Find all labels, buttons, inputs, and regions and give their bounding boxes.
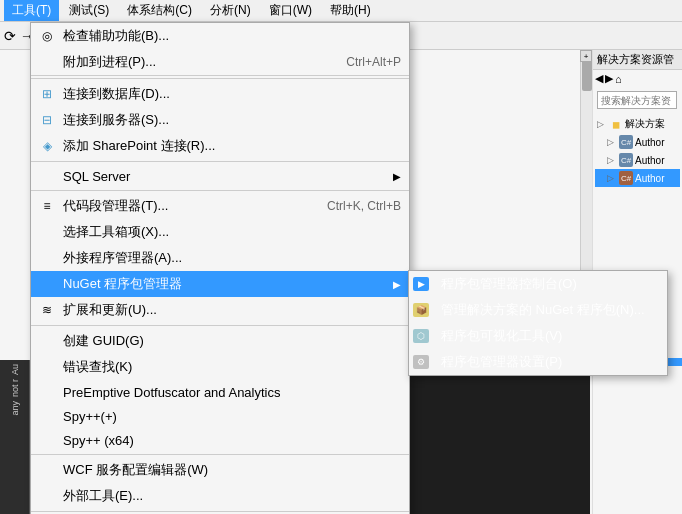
tree-label-author2: Author (635, 155, 664, 166)
submenu-settings-label: 程序包管理器设置(P) (441, 353, 562, 371)
tree-arrow-solution: ▷ (597, 119, 607, 129)
connect-server-label: 连接到服务器(S)... (63, 111, 169, 129)
check-assist-icon: ◎ (37, 26, 57, 46)
menu-item-check-assist[interactable]: ◎ 检查辅助功能(B)... (31, 23, 409, 49)
tree-label-solution: 解决方案 (625, 117, 665, 131)
choose-toolbox-label: 选择工具箱项(X)... (63, 223, 169, 241)
menu-item-spy64[interactable]: Spy++ (x64) (31, 428, 409, 452)
menu-test[interactable]: 测试(S) (61, 0, 117, 21)
connect-db-icon: ⊞ (37, 84, 57, 104)
menu-item-code-snippet[interactable]: ≡ 代码段管理器(T)... Ctrl+K, Ctrl+B (31, 193, 409, 219)
spy-label: Spy++(+) (63, 409, 117, 424)
scroll-up-button[interactable]: + (580, 50, 592, 62)
nuget-arrow-icon: ▶ (393, 279, 401, 290)
external-tools-label: 外部工具(E)... (63, 487, 143, 505)
menu-item-sql-server[interactable]: SQL Server ▶ (31, 164, 409, 188)
separator-1 (31, 78, 409, 79)
manage-nuget-icon: 📦 (413, 303, 429, 317)
submenu-manage-label: 管理解决方案的 NuGet 程序包(N)... (441, 301, 645, 319)
tree-item-author1[interactable]: ▷ C# Author (595, 133, 680, 151)
separator-3 (31, 190, 409, 191)
spy64-label: Spy++ (x64) (63, 433, 134, 448)
tree-label-author1: Author (635, 137, 664, 148)
check-assist-label: 检查辅助功能(B)... (63, 27, 169, 45)
separator-6 (31, 511, 409, 512)
external-programs-label: 外接程序管理器(A)... (63, 249, 182, 267)
menu-arch[interactable]: 体系结构(C) (119, 0, 200, 21)
menu-item-external-tools[interactable]: 外部工具(E)... (31, 483, 409, 509)
add-sharepoint-label: 添加 SharePoint 连接(R)... (63, 137, 215, 155)
connect-server-icon: ⊟ (37, 110, 57, 130)
separator-4 (31, 325, 409, 326)
code-snippet-icon: ≡ (37, 196, 57, 216)
toolbar-refresh-icon[interactable]: ⟳ (4, 28, 16, 44)
menu-help[interactable]: 帮助(H) (322, 0, 379, 21)
tree-arrow-author3: ▷ (607, 173, 617, 183)
tree-label-author3: Author (635, 173, 664, 184)
menu-item-error-lookup[interactable]: 错误查找(K) (31, 354, 409, 380)
side-labels: Au not r any (0, 360, 30, 514)
menu-window[interactable]: 窗口(W) (261, 0, 320, 21)
code-snippet-shortcut: Ctrl+K, Ctrl+B (307, 199, 401, 213)
side-label-any: any (10, 401, 20, 416)
cs-icon-1: C# (619, 135, 633, 149)
add-sharepoint-icon: ◈ (37, 136, 57, 156)
menubar: 工具(T) 测试(S) 体系结构(C) 分析(N) 窗口(W) 帮助(H) (0, 0, 682, 22)
separator-2 (31, 161, 409, 162)
menu-item-connect-server[interactable]: ⊟ 连接到服务器(S)... (31, 107, 409, 133)
side-label-au: Au (10, 364, 20, 375)
menu-analyze[interactable]: 分析(N) (202, 0, 259, 21)
tree-item-author2[interactable]: ▷ C# Author (595, 151, 680, 169)
connect-db-label: 连接到数据库(D)... (63, 85, 170, 103)
menu-item-create-guid[interactable]: 创建 GUID(G) (31, 328, 409, 354)
submenu-item-manage-nuget[interactable]: 📦 管理解决方案的 NuGet 程序包(N)... (409, 297, 667, 323)
attach-process-label: 附加到进程(P)... (63, 53, 156, 71)
wcf-label: WCF 服务配置编辑器(W) (63, 461, 208, 479)
submenu-item-console[interactable]: ▶ 程序包管理器控制台(O) (409, 271, 667, 297)
sql-server-label: SQL Server (63, 169, 130, 184)
right-panel-header: 解决方案资源管 (593, 50, 682, 70)
menu-item-add-sharepoint[interactable]: ◈ 添加 SharePoint 连接(R)... (31, 133, 409, 159)
submenu-item-visualizer[interactable]: ⬡ 程序包可视化工具(V) (409, 323, 667, 349)
code-snippet-label: 代码段管理器(T)... (63, 197, 168, 215)
menu-tools[interactable]: 工具(T) (4, 0, 59, 21)
menu-item-nuget[interactable]: NuGet 程序包管理器 ▶ ▶ 程序包管理器控制台(O) 📦 管理解决方案的 … (31, 271, 409, 297)
menu-item-external-programs[interactable]: 外接程序管理器(A)... (31, 245, 409, 271)
tree-item-author3[interactable]: ▷ C# Author (595, 169, 680, 187)
menu-item-attach-process[interactable]: 附加到进程(P)... Ctrl+Alt+P (31, 49, 409, 76)
menu-item-wcf[interactable]: WCF 服务配置编辑器(W) (31, 457, 409, 483)
side-label-not: not r (10, 379, 20, 397)
nuget-submenu: ▶ 程序包管理器控制台(O) 📦 管理解决方案的 NuGet 程序包(N)...… (408, 270, 668, 376)
extensions-label: 扩展和更新(U)... (63, 301, 157, 319)
menu-item-choose-toolbox[interactable]: 选择工具箱项(X)... (31, 219, 409, 245)
error-lookup-label: 错误查找(K) (63, 358, 132, 376)
solution-icon: ◼ (609, 117, 623, 131)
sql-server-arrow-icon: ▶ (393, 171, 401, 182)
pkg-settings-icon: ⚙ (413, 355, 429, 369)
nav-home-icon[interactable]: ⌂ (615, 73, 622, 85)
separator-5 (31, 454, 409, 455)
nav-forward-icon[interactable]: ▶ (605, 72, 613, 85)
submenu-console-label: 程序包管理器控制台(O) (441, 275, 577, 293)
preemptive-label: PreEmptive Dotfuscator and Analytics (63, 385, 281, 400)
tree-item-solution[interactable]: ▷ ◼ 解决方案 (595, 115, 680, 133)
solution-search-input[interactable] (597, 91, 677, 109)
menu-item-extensions[interactable]: ≋ 扩展和更新(U)... (31, 297, 409, 323)
menu-item-preemptive[interactable]: PreEmptive Dotfuscator and Analytics (31, 380, 409, 404)
menu-item-connect-db[interactable]: ⊞ 连接到数据库(D)... (31, 81, 409, 107)
solution-tree: ▷ ◼ 解决方案 ▷ C# Author ▷ C# Author ▷ C# Au… (593, 113, 682, 189)
submenu-item-settings[interactable]: ⚙ 程序包管理器设置(P) (409, 349, 667, 375)
nuget-label: NuGet 程序包管理器 (63, 275, 182, 293)
tree-arrow-author1: ▷ (607, 137, 617, 147)
attach-process-shortcut: Ctrl+Alt+P (326, 55, 401, 69)
nav-back-icon[interactable]: ◀ (595, 72, 603, 85)
tree-arrow-author2: ▷ (607, 155, 617, 165)
console-icon: ▶ (413, 277, 429, 291)
tools-dropdown-menu: ◎ 检查辅助功能(B)... 附加到进程(P)... Ctrl+Alt+P ⊞ … (30, 22, 410, 514)
visualizer-icon: ⬡ (413, 329, 429, 343)
submenu-visualizer-label: 程序包可视化工具(V) (441, 327, 562, 345)
create-guid-label: 创建 GUID(G) (63, 332, 144, 350)
cs-icon-3: C# (619, 171, 633, 185)
extensions-icon: ≋ (37, 300, 57, 320)
menu-item-spy[interactable]: Spy++(+) (31, 404, 409, 428)
